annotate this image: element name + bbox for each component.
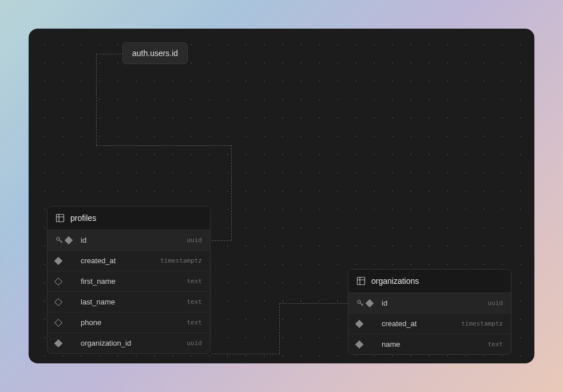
column-name: phone (81, 318, 183, 327)
schema-canvas[interactable]: auth.users.id profiles id uuid created_a… (29, 29, 534, 363)
column-type: text (187, 319, 203, 326)
key-icon (55, 236, 64, 244)
table-name: profiles (70, 213, 96, 223)
column-name: last_name (81, 298, 183, 306)
column-row-organization-id[interactable]: organization_id uuid (47, 332, 210, 353)
table-icon (356, 276, 366, 286)
column-type: uuid (187, 236, 203, 244)
column-row-id[interactable]: id uuid (47, 229, 210, 250)
connector-auth-to-profiles (96, 54, 97, 145)
column-name: created_at (81, 256, 156, 265)
column-row-created-at[interactable]: created_at timestamptz (47, 250, 210, 271)
column-name: first_name (81, 277, 183, 286)
svg-rect-0 (57, 215, 64, 222)
column-row-phone[interactable]: phone text (47, 312, 210, 332)
svg-rect-6 (358, 278, 365, 285)
key-icon (356, 299, 364, 307)
column-row-first-name[interactable]: first_name text (47, 271, 210, 291)
column-row-id[interactable]: id uuid (348, 292, 511, 313)
foreign-key-reference-badge[interactable]: auth.users.id (122, 42, 188, 64)
diamond-icon (355, 319, 363, 327)
connector-profiles-to-orgs (279, 303, 280, 354)
connector-auth-to-profiles (231, 145, 232, 240)
column-type: text (187, 278, 203, 285)
column-name: created_at (382, 319, 457, 328)
column-type: uuid (187, 339, 203, 347)
column-row-created-at[interactable]: created_at timestamptz (348, 313, 511, 334)
table-header-organizations[interactable]: organizations (348, 270, 511, 292)
diamond-icon (54, 256, 62, 264)
diamond-icon (54, 339, 62, 347)
table-profiles[interactable]: profiles id uuid created_at timestamptz … (47, 206, 211, 354)
connector-auth-to-profiles (212, 240, 231, 241)
diamond-icon (65, 236, 73, 244)
table-icon (55, 213, 65, 223)
column-type: timestamptz (160, 257, 202, 264)
column-row-last-name[interactable]: last_name text (47, 291, 210, 312)
diamond-icon (54, 298, 62, 306)
diamond-icon (54, 318, 62, 326)
reference-label: auth.users.id (132, 49, 178, 58)
column-name: id (81, 236, 183, 244)
connector-profiles-to-orgs (212, 354, 279, 354)
table-name: organizations (371, 276, 419, 286)
diamond-icon (54, 277, 62, 285)
column-type: text (488, 340, 503, 348)
column-name: organization_id (81, 339, 183, 347)
table-header-profiles[interactable]: profiles (47, 207, 210, 229)
column-type: text (187, 298, 203, 306)
connector-auth-to-profiles (96, 145, 231, 146)
column-name: name (382, 340, 483, 349)
diamond-icon (366, 299, 374, 307)
column-row-name[interactable]: name text (348, 334, 511, 354)
column-type: timestamptz (461, 320, 503, 327)
svg-line-5 (61, 240, 62, 241)
connector-auth-to-profiles (96, 54, 124, 54)
svg-line-11 (362, 303, 363, 304)
diamond-icon (355, 340, 363, 348)
column-name: id (382, 299, 483, 307)
column-type: uuid (488, 299, 503, 307)
table-organizations[interactable]: organizations id uuid created_at timesta… (348, 269, 512, 355)
connector-profiles-to-orgs (279, 303, 348, 304)
